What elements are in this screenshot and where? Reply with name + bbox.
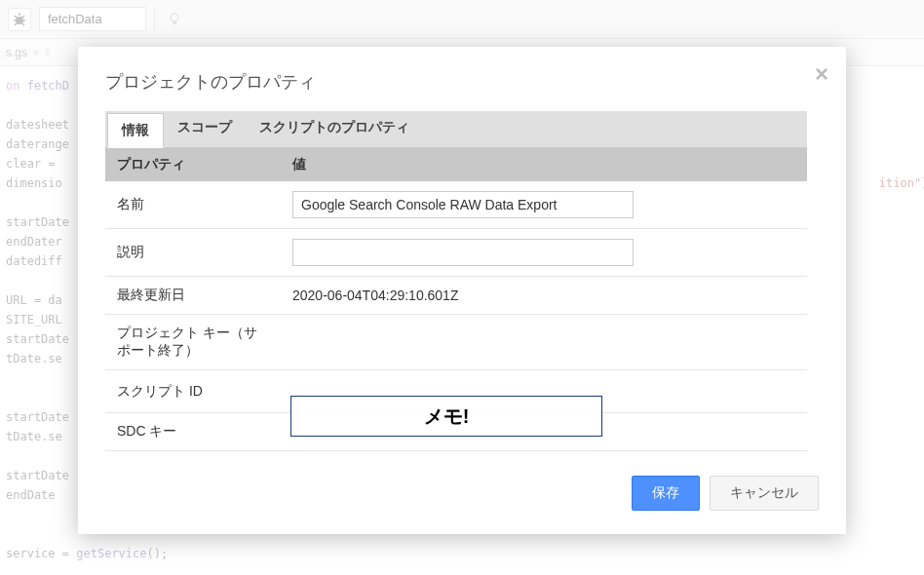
- input-description[interactable]: [292, 239, 634, 266]
- save-button[interactable]: 保存: [632, 476, 700, 511]
- label-lastmodified: 最終更新日: [105, 277, 281, 315]
- tab-info[interactable]: 情報: [107, 113, 164, 148]
- label-scriptid: スクリプト ID: [105, 370, 281, 413]
- row-projectkey: プロジェクト キー（サポート終了）: [105, 315, 807, 370]
- label-name: 名前: [105, 181, 281, 229]
- label-projectkey: プロジェクト キー（サポート終了）: [105, 315, 281, 370]
- input-name[interactable]: [292, 191, 634, 218]
- label-sdckey: SDC キー: [105, 413, 281, 451]
- tab-scope[interactable]: スコープ: [164, 111, 246, 147]
- row-name: 名前: [105, 181, 807, 229]
- value-lastmodified: 2020-06-04T04:29:10.601Z: [281, 277, 807, 315]
- tabs: 情報 スコープ スクリプトのプロパティ: [105, 111, 807, 148]
- value-projectkey: [281, 315, 807, 370]
- dialog-footer: 保存 キャンセル: [105, 458, 819, 511]
- header-property: プロパティ: [105, 148, 281, 181]
- dialog-body: 情報 スコープ スクリプトのプロパティ プロパティ 値 名前 説明: [105, 111, 819, 458]
- table-header: プロパティ 値: [105, 148, 807, 181]
- label-description: 説明: [105, 229, 281, 277]
- tab-script-properties[interactable]: スクリプトのプロパティ: [246, 111, 423, 147]
- dialog-title: プロジェクトのプロパティ: [105, 70, 819, 94]
- close-icon[interactable]: ×: [815, 60, 828, 88]
- row-description: 説明: [105, 229, 807, 277]
- cancel-button[interactable]: キャンセル: [710, 476, 819, 511]
- row-lastmodified: 最終更新日 2020-06-04T04:29:10.601Z: [105, 277, 807, 315]
- header-value: 値: [281, 148, 807, 181]
- memo-annotation: メモ!: [290, 396, 602, 437]
- project-properties-dialog: × プロジェクトのプロパティ 情報 スコープ スクリプトのプロパティ プロパティ…: [78, 47, 846, 534]
